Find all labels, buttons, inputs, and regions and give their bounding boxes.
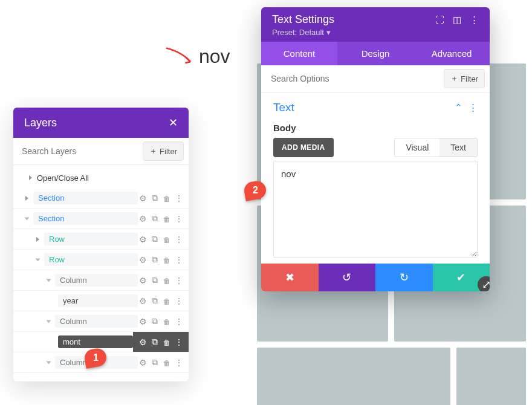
chevron-down-icon bbox=[36, 258, 41, 261]
more-icon[interactable]: ⋮ bbox=[469, 102, 478, 113]
layer-row-row[interactable]: Row bbox=[13, 250, 189, 270]
dock-icon[interactable]: ◫ bbox=[453, 15, 461, 25]
chevron-down-icon: ▾ bbox=[326, 28, 331, 37]
layers-panel: Layers ✕ ＋ Filter Open/Close All Section bbox=[13, 108, 189, 381]
plus-icon: ＋ bbox=[450, 73, 458, 84]
more-icon[interactable] bbox=[174, 235, 184, 244]
layer-row-column[interactable]: Column bbox=[13, 270, 189, 291]
trash-icon[interactable] bbox=[162, 358, 172, 368]
discard-button[interactable]: ✖ bbox=[261, 264, 319, 291]
duplicate-icon[interactable] bbox=[150, 357, 160, 368]
layer-row-row[interactable]: Row bbox=[13, 229, 189, 250]
duplicate-icon[interactable] bbox=[150, 275, 160, 285]
chevron-down-icon bbox=[25, 217, 30, 220]
responsive-icon[interactable]: ⛶ bbox=[435, 15, 444, 25]
duplicate-icon[interactable] bbox=[150, 296, 160, 306]
more-icon[interactable] bbox=[174, 214, 184, 224]
layer-label[interactable]: mont bbox=[58, 335, 133, 348]
settings-panel: Text Settings ⛶ ◫ ⋮ Preset: Default ▾ Co… bbox=[261, 7, 490, 291]
trash-icon[interactable] bbox=[162, 235, 172, 244]
text-editor[interactable]: nov bbox=[273, 161, 478, 258]
duplicate-icon[interactable] bbox=[150, 234, 160, 244]
editor-mode-tabs: Visual Text bbox=[394, 138, 478, 157]
layer-label[interactable]: Row bbox=[44, 253, 138, 266]
duplicate-icon[interactable] bbox=[150, 337, 160, 347]
trash-icon[interactable] bbox=[162, 214, 172, 224]
gear-icon[interactable] bbox=[138, 235, 148, 244]
layers-search-input[interactable] bbox=[13, 139, 143, 163]
gear-icon[interactable] bbox=[138, 296, 148, 306]
layer-row-module[interactable]: year bbox=[13, 291, 189, 311]
collapse-icon[interactable]: ⌃ bbox=[455, 102, 462, 113]
trash-icon[interactable] bbox=[162, 193, 172, 203]
layer-actions bbox=[138, 213, 189, 224]
editor-tab-visual[interactable]: Visual bbox=[395, 138, 440, 157]
gear-icon[interactable] bbox=[138, 317, 148, 326]
tab-content[interactable]: Content bbox=[261, 42, 337, 65]
more-icon[interactable] bbox=[174, 296, 184, 306]
trash-icon[interactable] bbox=[162, 276, 172, 285]
more-icon[interactable] bbox=[174, 276, 184, 285]
gear-icon[interactable] bbox=[138, 193, 148, 203]
more-icon[interactable] bbox=[174, 358, 184, 368]
media-toolbar: ADD MEDIA Visual Text bbox=[273, 138, 478, 157]
layer-label[interactable]: Column bbox=[55, 315, 138, 328]
gear-icon[interactable] bbox=[138, 276, 148, 285]
layer-row-column[interactable]: Column bbox=[13, 311, 189, 332]
layer-row-section[interactable]: Section bbox=[13, 209, 189, 229]
chevron-right-icon bbox=[29, 175, 32, 180]
pin-number: 1 bbox=[93, 352, 99, 363]
layer-label[interactable]: year bbox=[58, 294, 138, 307]
layer-label[interactable]: Column bbox=[55, 274, 138, 287]
preset-label: Preset: Default bbox=[272, 28, 324, 37]
chevron-down-icon bbox=[47, 361, 51, 364]
add-media-button[interactable]: ADD MEDIA bbox=[273, 138, 334, 157]
more-icon[interactable] bbox=[174, 255, 184, 265]
settings-title: Text Settings bbox=[272, 13, 334, 26]
more-icon[interactable] bbox=[174, 337, 184, 347]
trash-icon[interactable] bbox=[162, 296, 172, 306]
expand-handle-icon[interactable]: ⤢ bbox=[478, 276, 490, 291]
layers-title: Layers bbox=[24, 117, 57, 129]
layer-actions bbox=[138, 316, 189, 326]
settings-search-input[interactable] bbox=[261, 66, 444, 91]
trash-icon[interactable] bbox=[162, 337, 172, 347]
settings-search-row: ＋ Filter bbox=[261, 65, 490, 92]
annotation-arrow: nov bbox=[163, 45, 230, 68]
settings-section-header[interactable]: Text ⌃ ⋮ bbox=[273, 101, 478, 114]
more-icon[interactable] bbox=[174, 193, 184, 203]
plus-icon: ＋ bbox=[149, 146, 157, 157]
gear-icon[interactable] bbox=[138, 358, 148, 368]
redo-button[interactable]: ↻ bbox=[375, 264, 433, 291]
duplicate-icon[interactable] bbox=[150, 316, 160, 326]
undo-button[interactable]: ↺ bbox=[319, 264, 376, 291]
duplicate-icon[interactable] bbox=[150, 213, 160, 224]
pin-number: 2 bbox=[253, 185, 258, 196]
layer-row-section[interactable]: Section bbox=[13, 188, 189, 209]
tab-design[interactable]: Design bbox=[337, 42, 414, 65]
duplicate-icon[interactable] bbox=[150, 254, 160, 265]
gear-icon[interactable] bbox=[138, 255, 148, 265]
close-icon[interactable]: ✕ bbox=[169, 116, 178, 129]
layer-label[interactable]: Section bbox=[33, 212, 138, 225]
open-close-all[interactable]: Open/Close All bbox=[13, 167, 189, 188]
layers-header: Layers ✕ bbox=[13, 108, 189, 138]
layer-label[interactable]: Row bbox=[44, 233, 138, 245]
gear-icon[interactable] bbox=[138, 214, 148, 224]
layer-actions bbox=[138, 234, 189, 244]
layers-filter-button[interactable]: ＋ Filter bbox=[143, 141, 184, 161]
preset-dropdown[interactable]: Preset: Default ▾ bbox=[272, 28, 479, 37]
more-icon[interactable] bbox=[174, 317, 184, 326]
layer-label[interactable]: Section bbox=[33, 192, 138, 204]
gallery-image bbox=[257, 348, 450, 405]
settings-filter-button[interactable]: ＋ Filter bbox=[444, 69, 485, 88]
trash-icon[interactable] bbox=[162, 317, 172, 326]
trash-icon[interactable] bbox=[162, 255, 172, 265]
editor-tab-text[interactable]: Text bbox=[440, 138, 477, 157]
layer-actions bbox=[138, 357, 189, 368]
section-title: Text bbox=[273, 101, 294, 114]
gear-icon[interactable] bbox=[138, 337, 148, 347]
duplicate-icon[interactable] bbox=[150, 193, 160, 203]
tab-advanced[interactable]: Advanced bbox=[414, 42, 490, 65]
more-icon[interactable]: ⋮ bbox=[470, 15, 479, 25]
